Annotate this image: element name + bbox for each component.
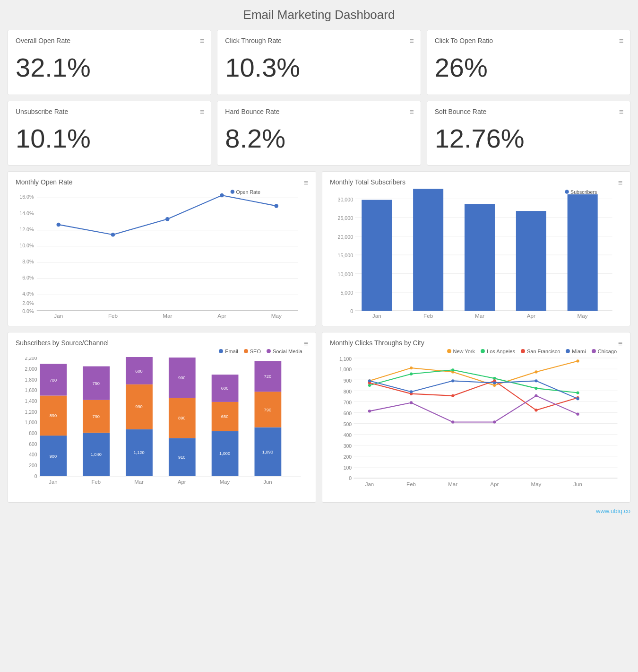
svg-point-144 — [451, 368, 454, 371]
svg-point-23 — [56, 223, 60, 227]
svg-text:200: 200 — [29, 463, 37, 468]
svg-point-147 — [576, 391, 579, 394]
menu-icon-subscribers-chart[interactable]: ≡ — [618, 179, 622, 187]
svg-point-164 — [535, 394, 537, 397]
svg-text:May: May — [220, 479, 230, 485]
menu-icon-soft-bounce[interactable]: ≡ — [619, 108, 623, 116]
svg-text:15,000: 15,000 — [338, 253, 353, 258]
svg-point-24 — [111, 233, 115, 237]
svg-point-137 — [410, 367, 413, 369]
svg-text:600: 600 — [135, 369, 142, 374]
svg-text:Jan: Jan — [54, 313, 63, 319]
svg-text:12.0%: 12.0% — [19, 227, 34, 232]
svg-text:2,000: 2,000 — [25, 367, 37, 372]
svg-text:1,000: 1,000 — [219, 451, 230, 456]
svg-text:600: 600 — [344, 410, 352, 416]
svg-text:0: 0 — [34, 474, 37, 479]
svg-point-157 — [493, 381, 496, 384]
svg-text:0: 0 — [350, 308, 353, 314]
svg-text:1,040: 1,040 — [91, 452, 102, 457]
svg-text:30,000: 30,000 — [338, 197, 353, 202]
svg-text:10,000: 10,000 — [338, 271, 353, 277]
menu-icon-open-rate[interactable]: ≡ — [200, 37, 204, 45]
metric-card-ctr: Click Through Rate ≡ 10.3% — [217, 30, 421, 95]
open-rate-svg: 16.0% 14.0% 12.0% 10.0% 8.0% 6.0% 4.0% 2… — [16, 188, 308, 319]
metric-label-open-rate: Overall Open Rate — [16, 37, 203, 44]
svg-text:8.0%: 8.0% — [22, 259, 34, 264]
svg-text:790: 790 — [264, 407, 271, 412]
menu-icon-open-rate-chart[interactable]: ≡ — [304, 179, 308, 187]
svg-point-140 — [535, 370, 537, 373]
svg-point-146 — [535, 387, 537, 390]
svg-text:Jun: Jun — [263, 479, 272, 485]
svg-text:Apr: Apr — [178, 479, 186, 485]
svg-rect-45 — [362, 200, 392, 311]
svg-text:Jun: Jun — [573, 481, 582, 487]
metric-card-ctor: Click To Open Ratio ≡ 26% — [427, 30, 630, 95]
svg-text:Feb: Feb — [91, 479, 101, 485]
svg-text:990: 990 — [135, 404, 142, 409]
svg-text:0: 0 — [349, 476, 352, 481]
svg-text:Mar: Mar — [134, 479, 144, 485]
metric-label-soft-bounce: Soft Bounce Rate — [435, 108, 622, 115]
svg-point-55 — [565, 190, 569, 194]
svg-text:Feb: Feb — [406, 481, 416, 487]
city-svg: 0 100 200 300 400 500 600 700 800 900 1,… — [330, 357, 622, 496]
svg-text:700: 700 — [344, 400, 352, 405]
svg-text:1,120: 1,120 — [133, 450, 144, 455]
svg-point-26 — [220, 193, 224, 198]
svg-text:1,090: 1,090 — [262, 450, 273, 454]
menu-icon-source-chart[interactable]: ≡ — [304, 340, 308, 348]
chart-clicks-city: Monthly Clicks Throughs by City ≡ New Yo… — [322, 332, 630, 503]
metric-label-hard-bounce: Hard Bounce Rate — [225, 108, 413, 115]
svg-point-161 — [410, 401, 413, 404]
svg-rect-49 — [568, 194, 598, 311]
svg-text:Feb: Feb — [108, 313, 118, 319]
svg-text:Subscribers: Subscribers — [570, 189, 597, 195]
svg-text:910: 910 — [178, 454, 185, 459]
source-svg: 0 200 400 600 800 1,000 1,200 1,400 1,60… — [16, 357, 308, 494]
metric-label-ctr: Click Through Rate — [225, 37, 413, 44]
metric-card-hard-bounce: Hard Bounce Rate ≡ 8.2% — [217, 101, 421, 166]
svg-text:1,000: 1,000 — [339, 367, 352, 372]
svg-text:900: 900 — [50, 454, 57, 458]
svg-point-158 — [535, 379, 537, 382]
metric-card-open-rate: Overall Open Rate ≡ 32.1% — [8, 30, 211, 95]
svg-text:14.0%: 14.0% — [19, 210, 34, 216]
menu-icon-ctr[interactable]: ≡ — [409, 37, 414, 45]
chart-title-open-rate: Monthly Open Rate — [16, 178, 73, 186]
svg-point-160 — [368, 410, 371, 412]
svg-point-28 — [231, 190, 235, 194]
svg-point-141 — [576, 359, 579, 362]
svg-text:2.0%: 2.0% — [22, 300, 34, 306]
svg-text:300: 300 — [344, 444, 352, 449]
menu-icon-unsub[interactable]: ≡ — [200, 108, 204, 116]
chart-monthly-subscribers: Monthly Total Subscribers ≡ 0 5,000 10,0… — [322, 171, 630, 326]
svg-point-27 — [274, 204, 278, 208]
svg-text:Jan: Jan — [365, 481, 374, 487]
city-legend: New York Los Angeles San Francisco Miami… — [330, 349, 622, 354]
menu-icon-hard-bounce[interactable]: ≡ — [409, 108, 414, 116]
svg-text:400: 400 — [344, 433, 352, 438]
chart-title-source: Subscribers by Source/Channel — [16, 339, 109, 347]
svg-text:16.0%: 16.0% — [19, 194, 34, 200]
charts-row-2: Subscribers by Source/Channel ≡ Email SE… — [8, 332, 630, 503]
chart-title-city: Monthly Clicks Throughs by City — [330, 339, 424, 347]
svg-text:0.0%: 0.0% — [22, 308, 34, 314]
chart-subscribers-source: Subscribers by Source/Channel ≡ Email SE… — [8, 332, 316, 503]
svg-text:Feb: Feb — [423, 313, 433, 319]
svg-text:500: 500 — [344, 421, 352, 427]
menu-icon-ctor[interactable]: ≡ — [619, 37, 623, 45]
source-legend: Email SEO Social Media — [16, 349, 308, 354]
svg-text:1,000: 1,000 — [25, 420, 37, 425]
svg-text:May: May — [578, 313, 588, 319]
svg-point-155 — [410, 390, 413, 393]
chart-title-subscribers: Monthly Total Subscribers — [330, 178, 405, 186]
svg-text:790: 790 — [92, 414, 99, 419]
metric-value-soft-bounce: 12.76% — [435, 119, 622, 158]
svg-text:200: 200 — [344, 454, 352, 460]
svg-text:Apr: Apr — [490, 481, 499, 487]
svg-text:1,800: 1,800 — [25, 377, 37, 382]
svg-point-165 — [576, 412, 579, 415]
menu-icon-city-chart[interactable]: ≡ — [618, 340, 622, 348]
